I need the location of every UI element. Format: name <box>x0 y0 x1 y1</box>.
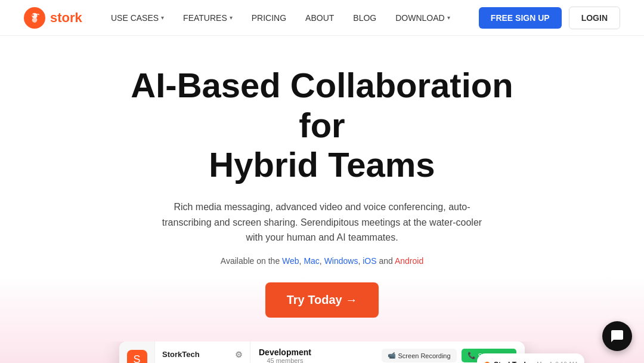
platform-mac-link[interactable]: Mac <box>304 256 319 266</box>
logo-text: stork <box>50 10 82 26</box>
logo-icon <box>24 7 45 29</box>
chat-members: 45 members <box>259 357 311 363</box>
chat-support-button[interactable] <box>602 321 632 351</box>
chevron-down-icon: ▾ <box>447 14 450 21</box>
nav-features[interactable]: FEATURES ▾ <box>183 13 233 23</box>
chevron-down-icon: ▾ <box>230 14 233 21</box>
hero-platforms: Available on the Web, Mac, Windows, iOS … <box>24 256 620 266</box>
app-window: S ⬡ AT + StorkTech ⚙ 🎙 Recordings 📅 My M… <box>119 342 525 363</box>
nav-pricing[interactable]: PRICING <box>252 13 286 23</box>
sidebar-logo: S <box>127 350 147 363</box>
platform-windows-link[interactable]: Windows <box>324 256 358 266</box>
nav-blog[interactable]: BLOG <box>353 13 376 23</box>
screen-recording-button[interactable]: 📹 Screen Recording <box>382 349 457 362</box>
chat-title-group: Development 45 members <box>259 347 311 363</box>
channel-list: StorkTech ⚙ 🎙 Recordings 📅 My Meeting Ro… <box>155 342 250 363</box>
nav-use-cases[interactable]: USE CASES ▾ <box>111 13 164 23</box>
logo[interactable]: stork <box>24 7 82 29</box>
chevron-down-icon: ▾ <box>161 14 164 21</box>
nav-links: USE CASES ▾ FEATURES ▾ PRICING ABOUT BLO… <box>111 13 450 23</box>
svg-point-1 <box>32 14 34 16</box>
card-right-title: StorkTech <box>494 361 528 363</box>
workspace-header: StorkTech ⚙ <box>155 347 250 363</box>
nav-about[interactable]: ABOUT <box>305 13 334 23</box>
signup-button[interactable]: FREE SIGN UP <box>479 7 562 29</box>
login-button[interactable]: LOGIN <box>569 7 620 29</box>
hero-section: AI-Based Collaboration for Hybrid Teams … <box>0 36 644 363</box>
app-preview: Morning watercooler Mar 4, 8:10 AM Publi… <box>24 342 620 363</box>
chat-title: Development <box>259 347 311 357</box>
app-sidebar: S ⬡ AT + <box>119 342 155 363</box>
card-right-header: StorkTech Mar 4, 8:10 AM <box>484 361 577 363</box>
platform-web-link[interactable]: Web <box>282 256 299 266</box>
try-today-button[interactable]: Try Today → <box>265 282 379 318</box>
hero-subtitle: Rich media messaging, advanced video and… <box>155 199 489 245</box>
navbar: stork USE CASES ▾ FEATURES ▾ PRICING ABO… <box>0 0 644 36</box>
gear-icon[interactable]: ⚙ <box>235 350 243 359</box>
platform-android-link[interactable]: Android <box>395 256 423 266</box>
nav-actions: FREE SIGN UP LOGIN <box>479 7 620 29</box>
hero-title: AI-Based Collaboration for Hybrid Teams <box>24 66 620 185</box>
card-morning-watercooler-right: StorkTech Mar 4, 8:10 AM Public +3 Morni… <box>477 353 584 363</box>
platform-ios-link[interactable]: iOS <box>363 256 376 266</box>
nav-download[interactable]: DOWNLOAD ▾ <box>395 13 450 23</box>
